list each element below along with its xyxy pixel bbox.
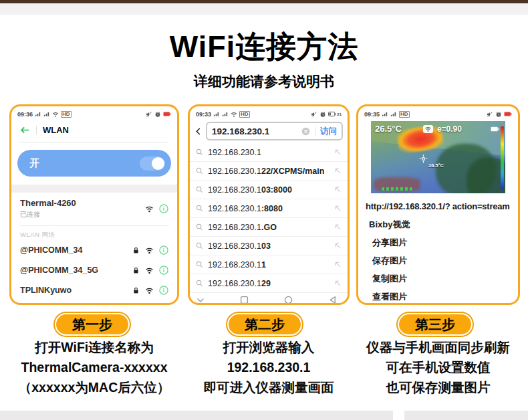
page-bottom-notch: [393, 411, 404, 420]
menu-item-save-image[interactable]: 保存图片: [364, 255, 513, 266]
back-arrow-icon[interactable]: [20, 126, 30, 134]
url-suggestion[interactable]: 192.168.230.122/XCPMS/main: [190, 162, 348, 181]
suggestion-text: 192.168.230.103: [208, 241, 329, 251]
autofill-arrow-icon[interactable]: [334, 167, 342, 175]
search-icon: [196, 261, 203, 268]
url-input[interactable]: 192.168.230.1 访问: [206, 122, 343, 140]
autofill-arrow-icon[interactable]: [334, 223, 342, 231]
url-suggestion[interactable]: 192.168.230.1:8080: [190, 199, 348, 218]
osd-battery-icon: [490, 125, 500, 133]
search-icon: [196, 148, 203, 156]
network-row[interactable]: @PHICOMM_34_5G: [11, 260, 177, 280]
osd-wifi-badge: [423, 125, 433, 133]
suggestion-suffix: .GO: [261, 223, 277, 232]
url-suggestion[interactable]: 192.168.230.1.GO: [190, 218, 348, 237]
wlan-toggle[interactable]: [140, 156, 165, 171]
thermal-camera-stream-image: 26.5°C e=0.90 26.5°C: [371, 121, 505, 193]
menu-item-bixby-vision[interactable]: Bixby视觉: [364, 219, 513, 230]
url-suggestion[interactable]: 192.168.230.1: [190, 143, 348, 162]
step-1-badge: 第一步: [55, 313, 130, 336]
menu-item-copy-image[interactable]: 复制图片: [364, 274, 513, 284]
wifi-icon: [424, 126, 432, 132]
caption-line: 仪器与手机画面同步刷新: [354, 337, 523, 357]
hide-keyboard-icon[interactable]: [196, 298, 205, 303]
info-icon[interactable]: [159, 204, 168, 213]
search-icon: [196, 280, 203, 287]
home-icon[interactable]: [284, 296, 293, 304]
alarm-icon: [495, 111, 502, 118]
wlan-on-label: 开: [29, 157, 39, 170]
phone-screenshot-browser: 09:33 HD 21 192.168.230.1 访问 192.168.230…: [188, 104, 350, 305]
autofill-arrow-icon[interactable]: [334, 186, 342, 193]
step-3-badge: 第三步: [398, 313, 473, 336]
url-suggestion[interactable]: 192.168.230.103: [190, 237, 348, 255]
suggestion-prefix: 192.168.230.1: [208, 204, 261, 213]
status-time: 09:35: [364, 111, 380, 118]
wifi-icon: [145, 266, 154, 275]
search-icon: [196, 223, 203, 231]
thermal-plant-region: [467, 157, 505, 193]
url-suggestion[interactable]: 192.168.230.129: [190, 274, 348, 293]
url-suggestion[interactable]: 192.168.230.103:8000: [190, 181, 348, 199]
alarm-icon: [319, 111, 326, 118]
status-time: 09:36: [17, 111, 33, 118]
autofill-arrow-icon[interactable]: [334, 242, 342, 249]
menu-item-share-image[interactable]: 分享图片: [364, 237, 513, 248]
status-bar: 09:35 HD: [358, 106, 518, 119]
divider: [36, 126, 37, 134]
info-icon[interactable]: [159, 245, 168, 255]
autofill-arrow-icon[interactable]: [334, 205, 342, 212]
suggestion-prefix: 192.168.230.1: [208, 223, 261, 232]
battery-percent: 21: [337, 112, 342, 116]
menu-item-view-image[interactable]: 查看图片: [364, 292, 513, 302]
suggestion-prefix: 192.168.230.1: [208, 260, 261, 270]
back-chevron-icon[interactable]: [194, 127, 202, 136]
info-icon[interactable]: [159, 266, 168, 275]
address-bar-row: 192.168.230.1 访问: [190, 119, 348, 143]
osd-center-temp: 26.5°C: [428, 163, 444, 169]
info-icon[interactable]: [159, 286, 168, 295]
phone-screenshot-thermal-stream: 09:35 HD 26.5°C e=0.90 26.5°C: [356, 104, 520, 305]
mute-icon: [146, 111, 152, 118]
search-icon: [196, 167, 203, 175]
section-gap: [11, 185, 177, 193]
suggestion-prefix: 192.168.230.1: [208, 185, 261, 195]
battery-icon: [163, 110, 171, 118]
network-row[interactable]: TPLINKyuwo: [11, 280, 177, 300]
back-icon[interactable]: [328, 296, 337, 304]
hd-badge: HD: [61, 111, 72, 118]
connected-network-row[interactable]: Thermal-4260 已连接: [11, 193, 177, 219]
recents-icon[interactable]: [240, 296, 249, 304]
wlan-master-switch[interactable]: 开: [17, 150, 171, 177]
visit-button[interactable]: 访问: [320, 126, 337, 137]
hd-badge: HD: [399, 111, 410, 118]
suggestion-suffix: 22/XCPMS/main: [261, 167, 324, 176]
hd-badge: HD: [239, 111, 250, 118]
suggestion-text: 192.168.230.1.GO: [208, 223, 329, 232]
autofill-arrow-icon[interactable]: [334, 261, 342, 268]
thermal-osd: 26.5°C e=0.90: [371, 121, 505, 134]
suggestion-text: 192.168.230.1: [208, 148, 329, 157]
network-status: 已连接: [20, 210, 76, 219]
autofill-arrow-icon[interactable]: [334, 280, 342, 287]
divider: [19, 142, 169, 142]
divider: [315, 126, 315, 136]
suggestion-suffix: 29: [261, 279, 271, 288]
network-row[interactable]: @PHICOMM_34: [11, 240, 177, 260]
search-icon: [196, 186, 203, 193]
suggestion-prefix: 192.168.230.1: [208, 279, 261, 288]
step-2-caption: 打开浏览器输入 192.168.230.1 即可进入仪器测量画面: [185, 337, 352, 397]
clear-icon[interactable]: [301, 127, 310, 136]
crosshair-icon: [419, 154, 428, 163]
url-suggestion[interactable]: 192.168.230.11: [190, 255, 348, 274]
search-icon: [196, 242, 203, 249]
battery-icon: [504, 110, 512, 118]
suggestion-suffix: 03:8000: [261, 185, 292, 195]
signal-icon: [222, 111, 229, 117]
caption-line: 也可保存测量图片: [354, 377, 523, 397]
battery-icon: [328, 110, 336, 118]
android-nav-bar: [190, 293, 348, 304]
caption-line: 可在手机设置数值: [354, 357, 523, 377]
autofill-arrow-icon[interactable]: [334, 148, 342, 156]
signal-icon: [390, 111, 397, 117]
